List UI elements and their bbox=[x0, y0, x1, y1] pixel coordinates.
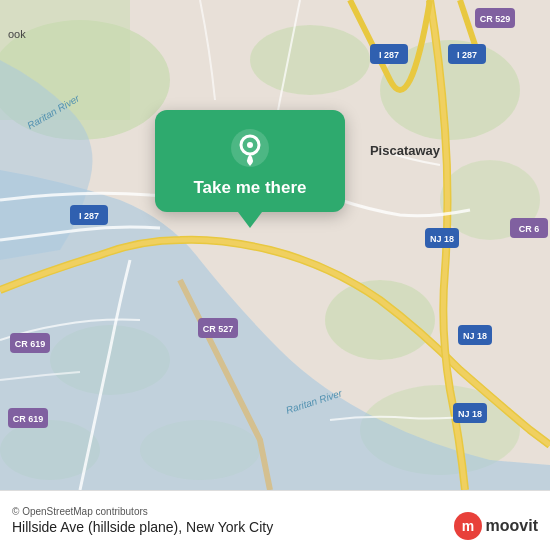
svg-point-6 bbox=[325, 280, 435, 360]
moovit-icon: m bbox=[454, 512, 482, 540]
svg-point-3 bbox=[250, 25, 370, 95]
svg-text:CR 529: CR 529 bbox=[480, 14, 511, 24]
svg-text:NJ 18: NJ 18 bbox=[458, 409, 482, 419]
bottom-bar: © OpenStreetMap contributors Hillside Av… bbox=[0, 490, 550, 550]
moovit-text: moovit bbox=[486, 517, 538, 535]
map-container: I 287 I 287 I 287 NJ 18 NJ 18 NJ 18 CR 5… bbox=[0, 0, 550, 490]
svg-text:NJ 18: NJ 18 bbox=[463, 331, 487, 341]
svg-text:I 287: I 287 bbox=[79, 211, 99, 221]
map-pin-icon bbox=[230, 128, 270, 168]
svg-text:I 287: I 287 bbox=[457, 50, 477, 60]
svg-text:NJ 18: NJ 18 bbox=[430, 234, 454, 244]
svg-text:ook: ook bbox=[8, 28, 26, 40]
svg-text:Piscataway: Piscataway bbox=[370, 143, 441, 158]
take-me-there-popup[interactable]: Take me there bbox=[155, 110, 345, 212]
moovit-logo: m moovit bbox=[454, 512, 538, 540]
svg-text:CR 527: CR 527 bbox=[203, 324, 234, 334]
svg-text:CR 619: CR 619 bbox=[15, 339, 46, 349]
svg-text:CR 6: CR 6 bbox=[519, 224, 540, 234]
svg-text:m: m bbox=[461, 518, 473, 534]
svg-text:CR 619: CR 619 bbox=[13, 414, 44, 424]
popup-label: Take me there bbox=[193, 178, 306, 198]
svg-point-39 bbox=[247, 142, 253, 148]
svg-text:I 287: I 287 bbox=[379, 50, 399, 60]
